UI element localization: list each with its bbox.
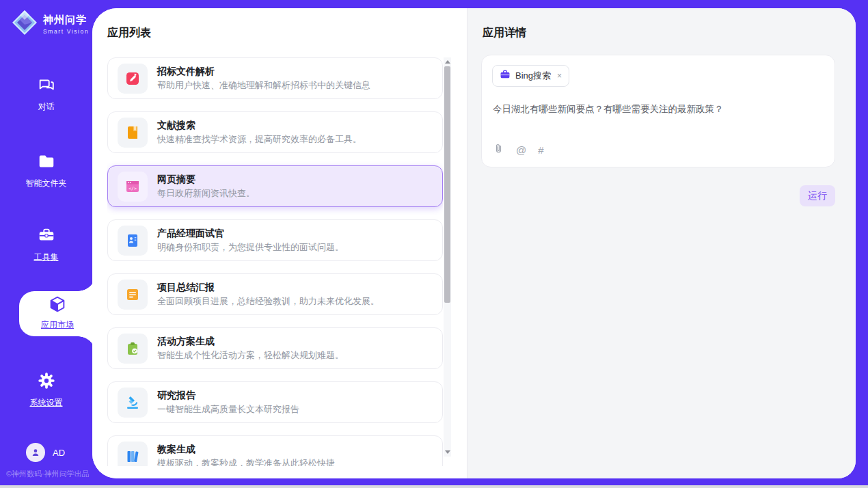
sidebar-item-label: 系统设置 bbox=[0, 397, 92, 409]
sidebar-item-settings[interactable]: 系统设置 bbox=[0, 371, 92, 409]
tool-chip-label: Bing搜索 bbox=[515, 70, 551, 82]
app-card-desc: 一键智能生成高质量长文本研究报告 bbox=[157, 404, 299, 415]
sidebar-item-toolset[interactable]: 工具集 bbox=[0, 226, 92, 263]
cube-icon bbox=[47, 306, 68, 317]
sidebar-item-label: 对话 bbox=[0, 101, 92, 113]
app-card-title: 活动方案生成 bbox=[157, 336, 344, 347]
scrollbar-thumb[interactable] bbox=[444, 66, 450, 303]
app-detail-title: 应用详情 bbox=[483, 26, 526, 40]
books-icon bbox=[118, 442, 148, 467]
app-card-desc: 快速精准查找学术资源，提高研究效率的必备工具。 bbox=[157, 134, 362, 145]
app-card-desc: 全面回顾项目进展，总结经验教训，助力未来优化发展。 bbox=[157, 296, 379, 307]
app-card-title: 文献搜索 bbox=[157, 120, 362, 131]
user-account[interactable]: AD bbox=[26, 443, 65, 462]
app-card-title: 项目总结汇报 bbox=[157, 282, 379, 293]
svg-text:</>: </> bbox=[128, 185, 137, 191]
sidebar-item-chat[interactable]: 对话 bbox=[0, 75, 92, 113]
brand-name: 神州问学 bbox=[43, 14, 87, 25]
chat-icon bbox=[37, 85, 56, 96]
sidebar-item-label: 工具集 bbox=[0, 252, 92, 263]
app-card-literature-search[interactable]: 文献搜索 快速精准查找学术资源，提高研究效率的必备工具。 bbox=[107, 111, 443, 153]
app-card-title: 网页摘要 bbox=[157, 174, 255, 185]
paperclip-icon[interactable] bbox=[493, 143, 504, 157]
sidebar: 神州问学 Smart Vision 对话 智能文件夹 bbox=[0, 0, 92, 485]
gear-icon bbox=[37, 381, 56, 392]
scroll-down-arrow-icon[interactable] bbox=[444, 448, 451, 456]
app-card-project-summary[interactable]: 项目总结汇报 全面回顾项目进展，总结经验教训，助力未来优化发展。 bbox=[107, 273, 443, 315]
mention-icon[interactable]: @ bbox=[516, 145, 526, 155]
browser-icon: </> bbox=[118, 172, 148, 202]
app-card-desc: 模板驱动，教案秒成，教学准备从此轻松快捷 bbox=[157, 458, 335, 466]
sidebar-item-smart-folder[interactable]: 智能文件夹 bbox=[0, 152, 92, 189]
book-icon bbox=[118, 118, 148, 148]
app-list-title: 应用列表 bbox=[107, 26, 151, 40]
briefcase-icon bbox=[500, 69, 511, 83]
app-list: 招标文件解析 帮助用户快速、准确地理解和解析招标书中的关键信息 文献搜索 快速精… bbox=[107, 57, 443, 466]
microscope-icon bbox=[118, 388, 148, 418]
content-area: 应用列表 招标文件解析 帮助用户快速、准确地理解和解析招标书中的关键信息 bbox=[92, 8, 856, 478]
avatar bbox=[26, 443, 45, 462]
app-card-event-plan[interactable]: 活动方案生成 智能生成个性化活动方案，轻松解决规划难题。 bbox=[107, 327, 443, 369]
app-card-lesson-plan[interactable]: 教案生成 模板驱动，教案秒成，教学准备从此轻松快捷 bbox=[107, 435, 443, 466]
brand-subtitle: Smart Vision bbox=[43, 28, 89, 35]
app-detail-panel: 应用详情 Bing搜索 × 今日湖北有哪些新闻要点？有哪些需要关注的最新政策？ bbox=[467, 8, 856, 478]
edit-icon bbox=[118, 64, 148, 94]
app-card-title: 研究报告 bbox=[157, 390, 299, 401]
toolbox-icon bbox=[37, 235, 56, 247]
run-button[interactable]: 运行 bbox=[800, 185, 835, 206]
clipboard-icon bbox=[118, 334, 148, 364]
app-card-desc: 明确身份和职责，为您提供专业性的面试问题。 bbox=[157, 242, 344, 253]
app-card-bid-analysis[interactable]: 招标文件解析 帮助用户快速、准确地理解和解析招标书中的关键信息 bbox=[107, 57, 443, 99]
hash-icon[interactable]: # bbox=[538, 145, 543, 155]
user-name: AD bbox=[53, 448, 65, 458]
app-card-title: 产品经理面试官 bbox=[157, 228, 344, 239]
brand-logo: 神州问学 Smart Vision bbox=[11, 9, 89, 39]
app-card-research-report[interactable]: 研究报告 一键智能生成高质量长文本研究报告 bbox=[107, 381, 443, 423]
sidebar-item-app-market[interactable]: 应用市场 bbox=[19, 291, 96, 336]
app-card-desc: 智能生成个性化活动方案，轻松解决规划难题。 bbox=[157, 350, 344, 361]
close-icon[interactable]: × bbox=[557, 71, 562, 81]
app-list-panel: 应用列表 招标文件解析 帮助用户快速、准确地理解和解析招标书中的关键信息 bbox=[92, 8, 467, 478]
tool-chip-bing-search[interactable]: Bing搜索 × bbox=[492, 65, 569, 87]
query-text[interactable]: 今日湖北有哪些新闻要点？有哪些需要关注的最新政策？ bbox=[493, 103, 824, 116]
app-card-desc: 每日政府新闻资讯快查。 bbox=[157, 188, 255, 199]
notes-icon bbox=[118, 280, 148, 310]
scroll-up-arrow-icon[interactable] bbox=[444, 58, 451, 66]
attachment-toolbar: @ # bbox=[493, 143, 544, 157]
app-card-desc: 帮助用户快速、准确地理解和解析招标书中的关键信息 bbox=[157, 80, 370, 91]
app-card-title: 招标文件解析 bbox=[157, 66, 370, 77]
app-window: 神州问学 Smart Vision 对话 智能文件夹 bbox=[0, 0, 868, 485]
app-card-pm-interviewer[interactable]: 产品经理面试官 明确身份和职责，为您提供专业性的面试问题。 bbox=[107, 219, 443, 261]
query-input-card[interactable]: Bing搜索 × 今日湖北有哪些新闻要点？有哪些需要关注的最新政策？ @ # bbox=[481, 55, 835, 167]
list-scrollbar[interactable] bbox=[444, 57, 451, 457]
app-card-web-summary[interactable]: </> 网页摘要 每日政府新闻资讯快查。 bbox=[107, 165, 443, 207]
resume-icon bbox=[118, 226, 148, 256]
gem-logo-icon bbox=[11, 9, 38, 39]
folder-icon bbox=[37, 161, 56, 173]
sidebar-item-label: 应用市场 bbox=[19, 319, 96, 331]
sidebar-item-label: 智能文件夹 bbox=[0, 178, 92, 189]
app-card-title: 教案生成 bbox=[157, 444, 335, 455]
copyright-text: ©神州数码·神州问学出品 bbox=[6, 469, 90, 479]
